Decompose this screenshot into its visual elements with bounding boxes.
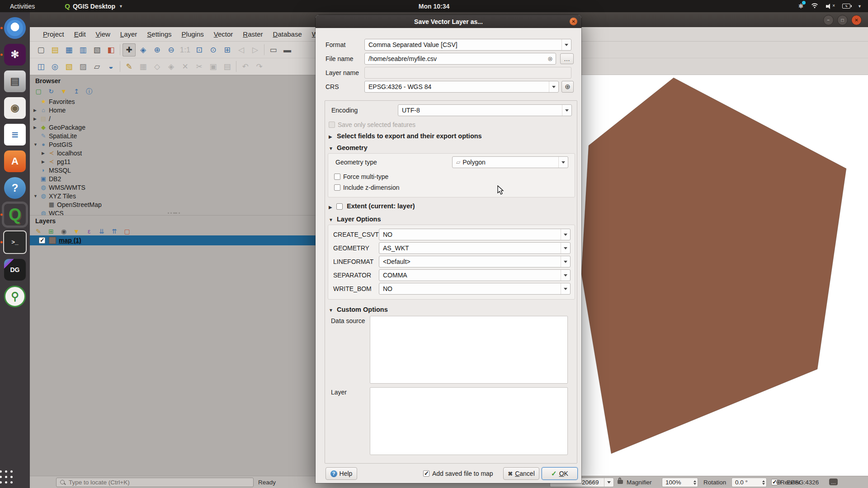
locator-search-input[interactable]: Type to locate (Ctrl+K) [56,478,254,487]
identify-features-button[interactable]: ◎ [48,60,61,73]
menu-settings[interactable]: Settings [142,28,176,40]
menu-layer[interactable]: Layer [115,28,142,40]
open-layer-styling-button[interactable]: ✎ [33,226,43,236]
window-minimize-button[interactable]: − [823,15,834,25]
expander-icon[interactable]: ▼ [329,146,333,151]
dock-slack[interactable]: ✻ [4,44,26,66]
undo-button[interactable]: ↶ [239,60,252,73]
extent-checkbox[interactable] [336,203,343,210]
map-tips-button[interactable]: ◒ [104,60,118,73]
show-layout-manager-button[interactable]: ▧ [90,43,104,56]
dialog-titlebar[interactable]: Save Vector Layer as... ✕ [316,15,581,28]
expander-icon[interactable]: ▶ [33,108,39,113]
pan-map-button[interactable]: ✚ [123,43,136,56]
data-source-textarea[interactable] [370,316,568,384]
browser-item-wms-wmts[interactable]: ◍ WMS/WMTS [30,183,319,192]
select-crs-button[interactable]: ⊕ [561,81,574,93]
crs-combobox[interactable]: EPSG:4326 - WGS 84 [364,81,559,93]
show-layouts-button[interactable]: ▬ [281,43,294,56]
filter-legend-button[interactable]: ▼ [71,226,81,236]
save-project-button[interactable]: ▦ [62,43,75,56]
add-feature-button[interactable]: ◇ [151,60,164,73]
dock-chromium[interactable] [4,17,26,39]
custom-options-header[interactable]: Custom Options [337,306,388,313]
layer-option-combobox[interactable]: <Default> [379,256,571,267]
filter-by-expression-button[interactable]: ε [84,226,94,236]
expander-icon[interactable]: ▼ [329,217,333,222]
window-close-button[interactable]: ✕ [851,15,862,25]
layer-option-combobox[interactable]: COMMA [379,269,571,281]
window-maximize-button[interactable]: □ [837,15,848,25]
format-combobox[interactable]: Comma Separated Value [CSV] [364,39,571,51]
zoom-native-button[interactable]: 1:1 [179,43,192,56]
browser-item-spatialite[interactable]: ✎ SpatiaLite [30,131,319,140]
include-z-checkbox[interactable] [334,184,340,191]
deselect-features-button[interactable]: ▨ [76,60,90,73]
geometry-type-combobox[interactable]: ▱ Polygon [452,156,568,168]
battery-icon[interactable]: ϟ [842,4,850,9]
dock-datagrip[interactable]: DG [4,259,26,281]
spinner-arrows-icon[interactable] [693,479,696,486]
custom-layer-textarea[interactable] [370,387,568,455]
new-project-button[interactable]: ▢ [34,43,47,56]
copy-features-button[interactable]: ▣ [207,60,220,73]
layer-option-combobox[interactable]: AS_WKT [379,242,571,254]
zoom-in-button[interactable]: ⊕ [151,43,164,56]
browser-item-root[interactable]: ▶ ▤ / [30,114,319,123]
browser-refresh-button[interactable]: ↻ [46,86,56,96]
browser-item-favorites[interactable]: ★ Favorites [30,97,319,106]
menu-vector[interactable]: Vector [209,28,238,40]
browser-item-geopackage[interactable]: ▶ ◆ GeoPackage [30,123,319,131]
layer-visibility-checkbox[interactable] [39,237,45,244]
style-manager-button[interactable]: ◧ [104,43,118,56]
add-group-button[interactable]: ⊞ [46,226,56,236]
browser-item-db2[interactable]: ▣ DB2 [30,174,319,183]
dock-help[interactable]: ? [4,177,26,199]
pan-to-selection-button[interactable]: ◈ [137,43,150,56]
extent-header[interactable]: Extent (current: layer) [347,202,415,210]
wifi-icon[interactable] [811,3,819,9]
slack-tray-icon[interactable]: ✻ [798,3,803,9]
dock-media-player[interactable]: ◉ [4,97,26,119]
toggle-editing-button[interactable]: ✎ [123,60,136,73]
expander-icon[interactable]: ▶ [329,205,332,210]
menu-view[interactable]: View [91,28,115,40]
toolbar-separator[interactable] [118,60,122,73]
clock[interactable]: Mon 10:34 [419,3,449,10]
menu-project[interactable]: Project [38,28,69,40]
new-print-layout-button[interactable]: ▭ [267,43,280,56]
messages-icon[interactable]: … [829,479,838,485]
globe-crs-icon[interactable]: ⊕ [776,478,782,486]
select-fields-header[interactable]: Select fields to export and their export… [337,132,482,140]
menu-edit[interactable]: Edit [69,28,91,40]
open-data-source-manager-button[interactable]: ◫ [34,60,47,73]
zoom-to-layer-button[interactable]: ⊞ [221,43,234,56]
browser-item-pg11[interactable]: ▶ ≺ pg11 [30,157,319,166]
panel-splitter-handle[interactable] [175,212,176,214]
dock-ubuntu-software[interactable]: A [4,150,26,172]
zoom-out-button[interactable]: ⊖ [165,43,178,56]
expander-icon[interactable]: ▼ [33,194,39,198]
select-features-button[interactable]: ▧ [62,60,75,73]
collapse-all-button[interactable]: ⇈ [109,226,119,236]
force-multi-type-checkbox[interactable] [334,174,340,180]
zoom-to-selection-button[interactable]: ⊙ [207,43,220,56]
scale-lock-icon[interactable] [618,480,623,484]
browser-item-home[interactable]: ▶ ⌂ Home [30,106,319,114]
magnifier-spinbox[interactable]: 100% [662,478,698,487]
layer-option-combobox[interactable]: NO [379,229,571,240]
toolbar-separator[interactable] [118,43,122,56]
toolbar-separator[interactable] [235,60,238,73]
remove-layer-button[interactable]: ▢ [122,226,132,236]
zoom-last-button[interactable]: ◁ [235,43,248,56]
expander-icon[interactable]: ▶ [42,151,47,155]
layer-option-combobox[interactable]: NO [379,283,571,295]
menu-database[interactable]: Database [268,28,307,40]
scale-dropdown-button[interactable] [604,478,613,487]
browser-item-xyz-tiles[interactable]: ▼ ◍ XYZ Tiles [30,192,319,200]
spinner-arrows-icon[interactable] [762,479,765,486]
expander-icon[interactable]: ▶ [33,125,39,130]
vertex-tool-button[interactable]: ◈ [165,60,178,73]
dock-file-cabinet[interactable]: ▤ [4,70,26,92]
toolbar-separator[interactable] [263,43,266,56]
